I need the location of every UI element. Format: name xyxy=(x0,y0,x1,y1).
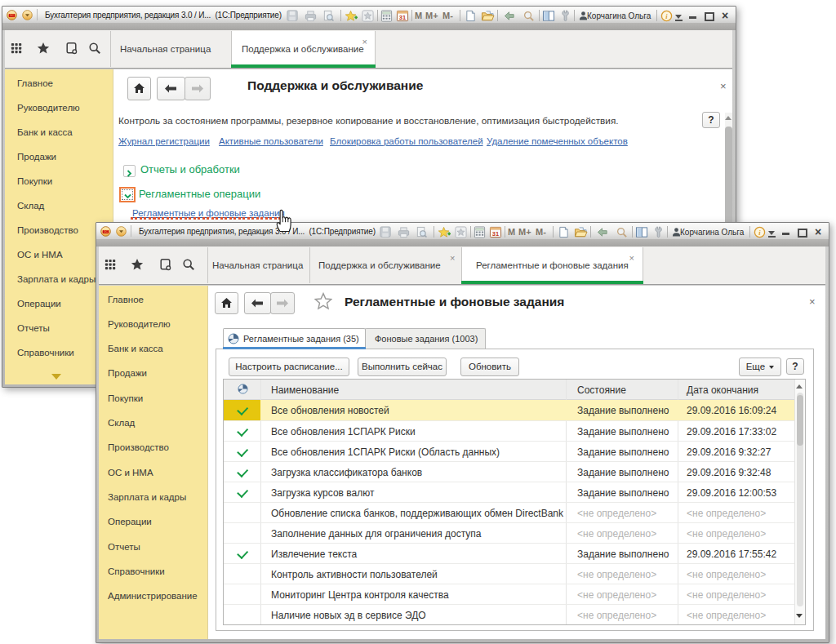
svg-text:31: 31 xyxy=(399,14,406,21)
svg-text:1C: 1C xyxy=(10,14,14,17)
svg-text:31: 31 xyxy=(492,230,499,238)
svg-text:1C: 1C xyxy=(104,230,108,233)
